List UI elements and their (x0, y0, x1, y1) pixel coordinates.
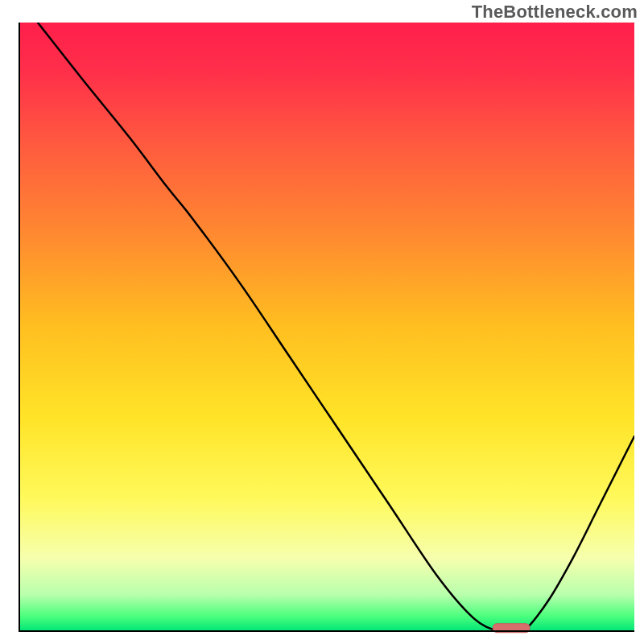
chart-stage: { "watermark": "TheBottleneck.com", "cha… (0, 0, 644, 644)
watermark-text: TheBottleneck.com (472, 2, 638, 23)
bottleneck-chart (0, 0, 644, 644)
